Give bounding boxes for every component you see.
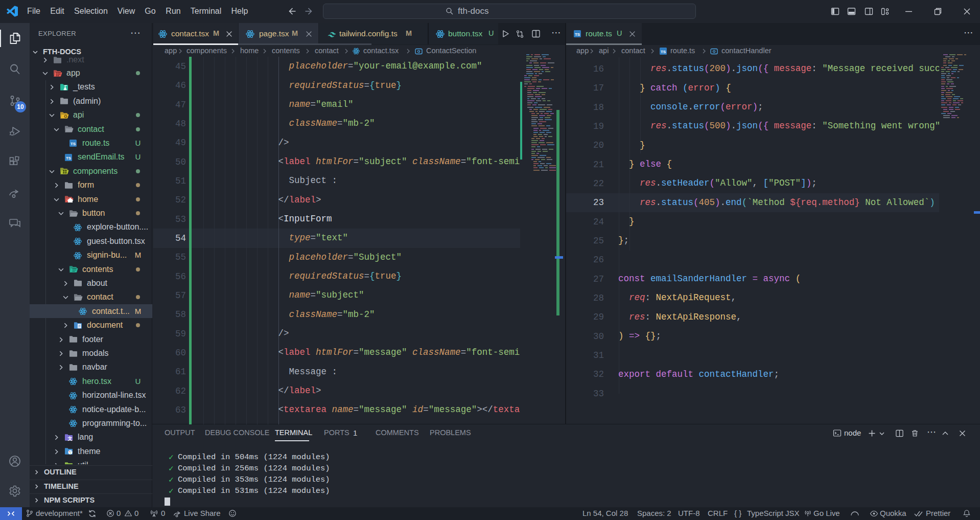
svg-text:TS: TS [661, 50, 666, 54]
svg-text:TS: TS [71, 142, 76, 146]
svg-text:TS: TS [575, 32, 580, 37]
svg-text:文: 文 [67, 436, 73, 441]
svg-text:TS: TS [66, 156, 72, 161]
